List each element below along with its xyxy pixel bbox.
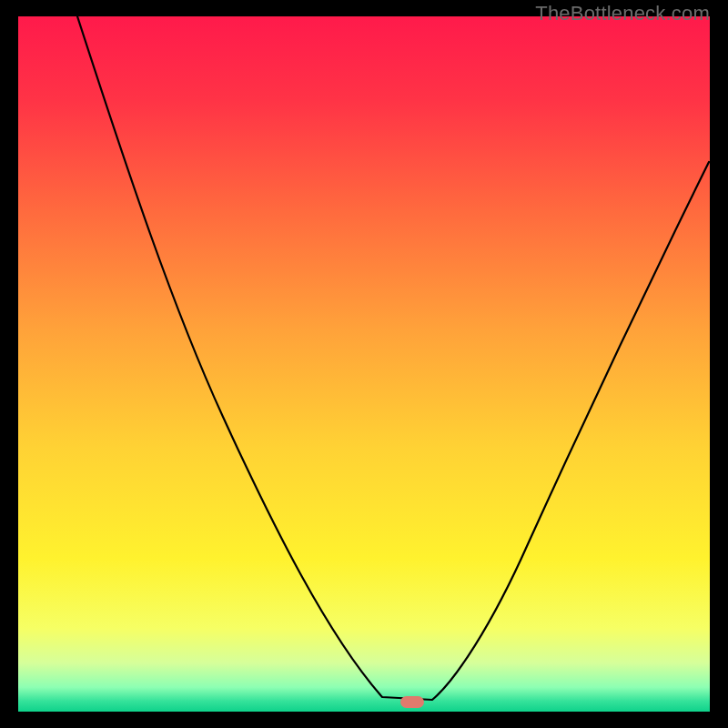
optimal-marker	[400, 696, 424, 708]
gradient-background	[18, 16, 710, 712]
chart-svg	[18, 16, 710, 712]
chart-container: TheBottleneck.com	[0, 0, 728, 728]
watermark-text: TheBottleneck.com	[535, 2, 710, 25]
plot-area	[18, 16, 710, 712]
